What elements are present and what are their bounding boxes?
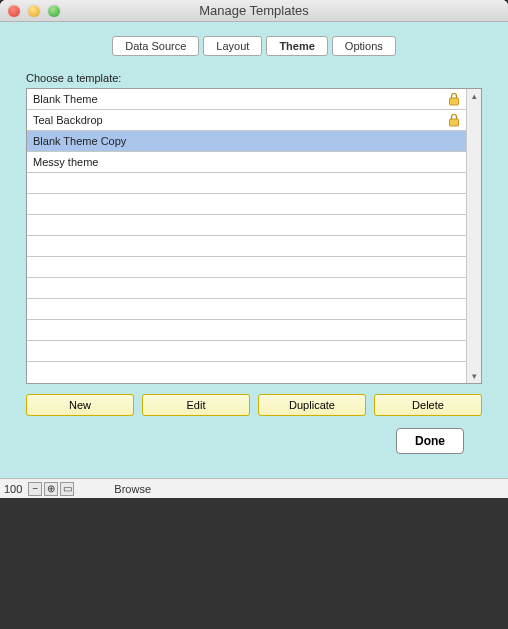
list-item-empty[interactable] [27, 173, 466, 194]
tab-options[interactable]: Options [332, 36, 396, 56]
zoom-slider-icon[interactable]: ⊕ [44, 482, 58, 496]
list-item-empty[interactable] [27, 257, 466, 278]
action-row: New Edit Duplicate Delete [26, 394, 482, 416]
template-name: Blank Theme Copy [33, 135, 126, 147]
list-item-empty[interactable] [27, 236, 466, 257]
titlebar: Manage Templates [0, 0, 508, 22]
list-item-empty[interactable] [27, 278, 466, 299]
template-name: Blank Theme [33, 93, 98, 105]
list-item-empty[interactable] [27, 362, 466, 383]
window: Manage Templates Data Source Layout Them… [0, 0, 508, 498]
list-item-empty[interactable] [27, 299, 466, 320]
template-name: Teal Backdrop [33, 114, 103, 126]
zoom-value: 100 [0, 483, 26, 495]
choose-template-label: Choose a template: [26, 72, 482, 84]
duplicate-button[interactable]: Duplicate [258, 394, 366, 416]
dialog-body: Data Source Layout Theme Options Choose … [0, 22, 508, 478]
lock-icon [448, 113, 460, 127]
theme-panel: Choose a template: Blank ThemeTeal Backd… [12, 66, 496, 464]
list-item[interactable]: Messy theme [27, 152, 466, 173]
mode-label: Browse [114, 483, 151, 495]
scrollbar[interactable]: ▴ ▾ [466, 89, 481, 383]
list-item-empty[interactable] [27, 341, 466, 362]
lock-icon [448, 92, 460, 106]
close-button[interactable] [8, 5, 20, 17]
list-item-empty[interactable] [27, 320, 466, 341]
tab-layout[interactable]: Layout [203, 36, 262, 56]
svg-rect-1 [450, 119, 459, 126]
tab-theme[interactable]: Theme [266, 36, 327, 56]
traffic-lights [0, 5, 60, 17]
status-bar: 100 − ⊕ ▭ Browse [0, 478, 508, 498]
list-item[interactable]: Blank Theme [27, 89, 466, 110]
edit-button[interactable]: Edit [142, 394, 250, 416]
scroll-down-icon[interactable]: ▾ [467, 369, 481, 383]
svg-rect-0 [450, 98, 459, 105]
scroll-up-icon[interactable]: ▴ [467, 89, 481, 103]
window-title: Manage Templates [0, 3, 508, 18]
zoom-in-button[interactable]: ▭ [60, 482, 74, 496]
list-item[interactable]: Blank Theme Copy [27, 131, 466, 152]
tab-bar: Data Source Layout Theme Options [12, 36, 496, 56]
minimize-button[interactable] [28, 5, 40, 17]
template-name: Messy theme [33, 156, 98, 168]
list-item-empty[interactable] [27, 215, 466, 236]
list-item[interactable]: Teal Backdrop [27, 110, 466, 131]
done-button[interactable]: Done [396, 428, 464, 454]
template-list-wrap: Blank ThemeTeal BackdropBlank Theme Copy… [26, 88, 482, 384]
list-item-empty[interactable] [27, 194, 466, 215]
zoom-out-button[interactable]: − [28, 482, 42, 496]
new-button[interactable]: New [26, 394, 134, 416]
done-bar: Done [26, 416, 482, 454]
delete-button[interactable]: Delete [374, 394, 482, 416]
template-list[interactable]: Blank ThemeTeal BackdropBlank Theme Copy… [27, 89, 466, 383]
zoom-button[interactable] [48, 5, 60, 17]
tab-data-source[interactable]: Data Source [112, 36, 199, 56]
